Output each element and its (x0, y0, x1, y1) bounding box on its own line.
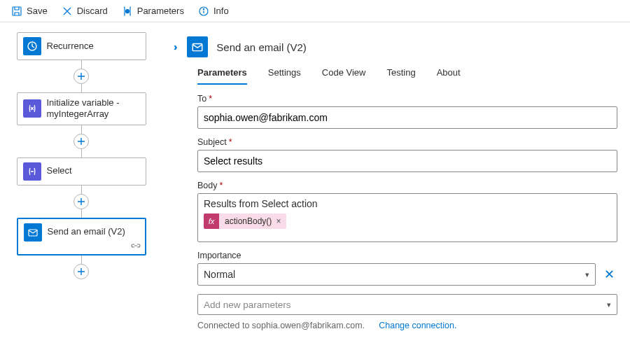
parameters-button[interactable]: @ Parameters (115, 3, 191, 20)
connector-line (81, 125, 82, 134)
step-title: Select (47, 165, 72, 176)
step-send-email[interactable]: Send an email (V2) (17, 218, 146, 255)
parameters-icon: @ (122, 6, 133, 17)
connector-line (81, 209, 82, 218)
chevron-down-icon: ▾ (607, 300, 611, 309)
connector-line (81, 255, 82, 264)
tab-code-view[interactable]: Code View (322, 67, 366, 85)
body-text: Results from Select action (204, 198, 611, 209)
connector-line (81, 84, 82, 92)
expression-token[interactable]: fx actionBody() × (204, 214, 286, 229)
properties-panel: ›› Send an email (V2) Parameters Setting… (169, 22, 630, 364)
body-label: Body* (197, 181, 617, 190)
svg-point-4 (203, 8, 204, 9)
tab-settings[interactable]: Settings (268, 67, 301, 85)
select-icon (23, 162, 41, 181)
chevron-down-icon: ▾ (585, 270, 589, 279)
add-step-button[interactable] (74, 194, 89, 209)
add-parameters-select[interactable]: Add new parameters ▾ (197, 294, 617, 315)
subject-label: Subject* (197, 137, 617, 147)
step-title: Recurrence (47, 41, 94, 52)
step-title: Send an email (V2) (48, 226, 125, 237)
token-remove-button[interactable]: × (276, 216, 286, 226)
connector-line (81, 60, 82, 69)
add-step-button[interactable] (74, 69, 89, 84)
step-initialize-variable[interactable]: Initialize variable - myIntegerArray (17, 92, 146, 125)
importance-select[interactable]: Normal ▾ (197, 263, 596, 286)
info-label: Info (214, 6, 229, 16)
panel-title: Send an email (V2) (216, 41, 306, 53)
step-title: Initialize variable - myIntegerArray (47, 97, 140, 120)
outlook-icon (24, 223, 42, 241)
discard-label: Discard (77, 6, 108, 16)
step-recurrence[interactable]: Recurrence (17, 32, 146, 60)
tab-about[interactable]: About (437, 67, 461, 85)
to-input[interactable] (197, 106, 617, 129)
info-button[interactable]: Info (191, 3, 236, 20)
svg-rect-0 (13, 7, 21, 15)
variable-icon (23, 99, 41, 118)
save-button[interactable]: Save (4, 3, 55, 20)
connection-status: Connected to sophia.owen@fabrikam.com. (197, 321, 365, 330)
change-connection-link[interactable]: Change connection. (379, 321, 456, 330)
step-select[interactable]: Select (17, 158, 146, 186)
workflow-designer: Recurrence Initialize variable - myInteg… (0, 22, 169, 364)
add-parameters-placeholder: Add new parameters (204, 300, 291, 310)
save-label: Save (27, 6, 48, 16)
save-icon (11, 6, 22, 17)
svg-text:@: @ (125, 9, 129, 13)
importance-value: Normal (204, 269, 235, 280)
fx-icon: fx (204, 214, 219, 229)
tab-parameters[interactable]: Parameters (197, 67, 247, 85)
recurrence-icon (23, 37, 41, 55)
discard-icon (62, 6, 73, 17)
collapse-panel-button[interactable]: ›› (169, 40, 178, 54)
panel-tabs: Parameters Settings Code View Testing Ab… (169, 66, 620, 85)
clear-importance-button[interactable]: ✕ (601, 267, 617, 282)
connector-line (81, 149, 82, 158)
add-step-button[interactable] (74, 264, 89, 279)
command-bar: Save Discard @ Parameters Info (0, 0, 630, 22)
to-label: To* (197, 94, 617, 104)
connection-icon (131, 241, 141, 251)
body-input[interactable]: Results from Select action fx actionBody… (197, 193, 617, 242)
info-icon (198, 6, 209, 17)
parameters-label: Parameters (137, 6, 184, 16)
importance-label: Importance (197, 251, 617, 260)
outlook-icon (187, 36, 208, 57)
connector-line (81, 186, 82, 194)
tab-testing[interactable]: Testing (386, 67, 415, 85)
token-label: actionBody() (219, 216, 276, 226)
add-step-button[interactable] (74, 134, 89, 149)
discard-button[interactable]: Discard (55, 3, 115, 20)
subject-input[interactable] (197, 150, 617, 172)
